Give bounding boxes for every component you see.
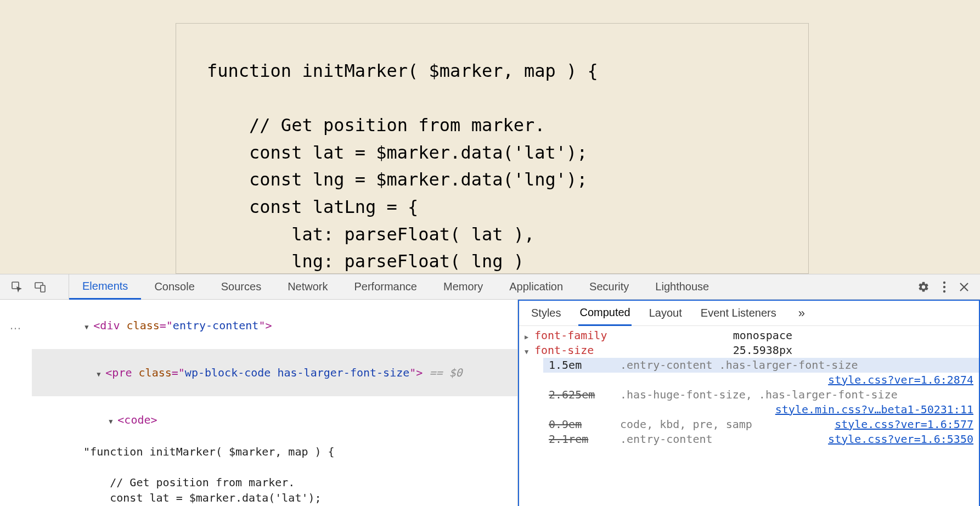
tab-performance[interactable]: Performance: [341, 274, 431, 299]
source-link[interactable]: style.css?ver=1.6:2874: [828, 373, 973, 387]
devtools: Elements Console Sources Network Perform…: [0, 274, 980, 506]
stab-eventlisteners[interactable]: Event Listeners: [700, 301, 778, 325]
tab-sources[interactable]: Sources: [208, 274, 274, 299]
dom-node-pre[interactable]: <pre class="wp-block-code has-larger-fon…: [32, 349, 517, 396]
cascade-list: 1.5em .entry-content .has-larger-font-si…: [519, 358, 979, 447]
prop-name: font-family: [534, 328, 607, 343]
cascade-value: 1.5em: [549, 358, 609, 373]
prop-value: 25.5938px: [733, 343, 973, 358]
gear-icon[interactable]: [917, 281, 930, 293]
svg-rect-2: [41, 285, 45, 292]
tab-memory[interactable]: Memory: [430, 274, 496, 299]
cascade-value: 2.625em: [549, 387, 609, 402]
tab-application[interactable]: Application: [496, 274, 576, 299]
cascade-selector: .has-huge-font-size, .has-larger-font-si…: [620, 387, 973, 402]
devtools-toolbar-right: [917, 281, 980, 293]
inspect-icon[interactable]: [11, 281, 23, 293]
cascade-entry[interactable]: 0.9em code, kbd, pre, samp style.css?ver…: [543, 417, 979, 432]
page-viewport: function initMarker( $marker, map ) { //…: [0, 0, 980, 274]
devtools-toolbar-left: [0, 274, 69, 299]
devtools-panels: … <div class="entry-content"> <pre class…: [0, 300, 980, 506]
dom-node-code[interactable]: <code>: [32, 396, 517, 443]
stab-computed[interactable]: Computed: [578, 301, 631, 326]
expand-icon[interactable]: [525, 328, 534, 343]
dom-gutter: …: [0, 300, 32, 506]
devtools-tabs: Elements Console Sources Network Perform…: [69, 274, 722, 299]
source-link[interactable]: style.css?ver=1.6:5350: [828, 432, 973, 447]
computed-font-size[interactable]: font-size 25.5938px: [519, 343, 979, 358]
cascade-selector: .entry-content .has-larger-font-size: [620, 358, 973, 373]
kebab-icon[interactable]: [943, 281, 946, 293]
expand-icon[interactable]: [85, 318, 93, 333]
expand-icon[interactable]: [109, 412, 117, 428]
cascade-selector: .entry-content: [620, 432, 817, 447]
expand-icon[interactable]: [525, 343, 534, 358]
cascade-value: 0.9em: [549, 417, 609, 432]
svg-point-5: [943, 290, 945, 292]
cascade-value: 2.1rem: [549, 432, 609, 447]
stab-more-icon[interactable]: »: [797, 301, 806, 326]
tab-network[interactable]: Network: [274, 274, 341, 299]
cascade-entry[interactable]: 1.5em .entry-content .has-larger-font-si…: [543, 358, 979, 373]
tab-security[interactable]: Security: [576, 274, 642, 299]
svg-point-3: [943, 281, 945, 283]
close-icon[interactable]: [959, 282, 969, 292]
dom-text-node[interactable]: "function initMarker( $marker, map ) { /…: [32, 443, 517, 506]
styles-panel: Styles Computed Layout Event Listeners »…: [518, 300, 980, 506]
dom-tree[interactable]: <div class="entry-content"> <pre class="…: [32, 300, 518, 506]
device-toggle-icon[interactable]: [34, 281, 46, 293]
prop-value: monospace: [733, 328, 973, 343]
cascade-entry[interactable]: 2.1rem .entry-content style.css?ver=1.6:…: [543, 432, 979, 447]
computed-list[interactable]: font-family monospace font-size 25.5938p…: [519, 326, 979, 506]
expand-icon[interactable]: [97, 365, 105, 380]
devtools-tabbar: Elements Console Sources Network Perform…: [0, 274, 980, 300]
source-link[interactable]: style.css?ver=1.6:577: [835, 417, 973, 432]
code-block: function initMarker( $marker, map ) { //…: [176, 23, 809, 274]
tab-elements[interactable]: Elements: [69, 274, 141, 300]
dom-node-div[interactable]: <div class="entry-content">: [32, 302, 517, 349]
cascade-entry[interactable]: 2.625em .has-huge-font-size, .has-larger…: [543, 387, 979, 402]
source-link[interactable]: style.min.css?v…beta1-50231:11: [775, 402, 973, 417]
stab-layout[interactable]: Layout: [648, 301, 683, 325]
computed-font-family[interactable]: font-family monospace: [519, 328, 979, 343]
tab-lighthouse[interactable]: Lighthouse: [642, 274, 722, 299]
prop-name: font-size: [534, 343, 594, 358]
stab-styles[interactable]: Styles: [530, 301, 562, 325]
code-content: function initMarker( $marker, map ) { //…: [207, 60, 598, 272]
cascade-selector: code, kbd, pre, samp: [620, 417, 824, 432]
tab-console[interactable]: Console: [141, 274, 207, 299]
styles-tabs: Styles Computed Layout Event Listeners »: [519, 301, 979, 326]
svg-point-4: [943, 285, 945, 288]
dom-gutter-ellipsis: …: [9, 318, 22, 506]
